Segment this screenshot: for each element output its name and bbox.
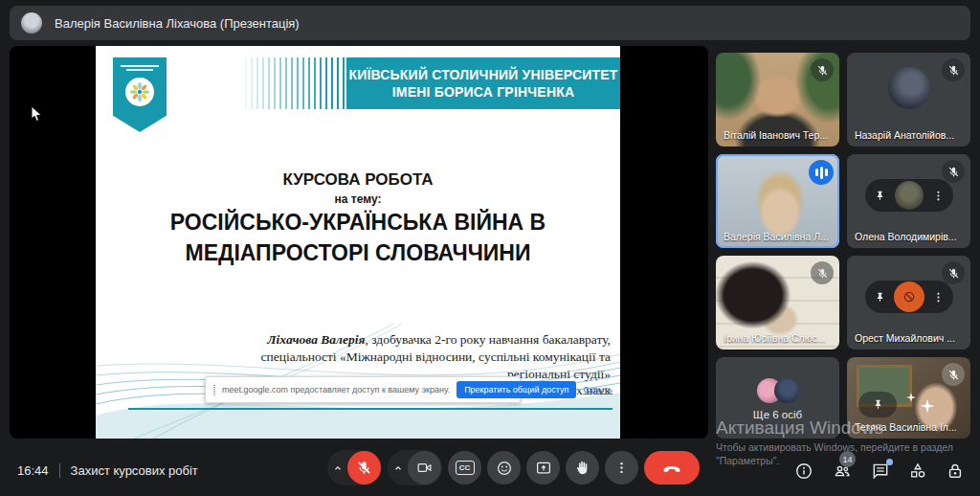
camera-control-group (388, 450, 442, 485)
camera-chevron-up-icon[interactable] (389, 462, 408, 474)
info-button[interactable] (794, 462, 813, 481)
tile-hover-controls (865, 179, 953, 212)
banner-stripe-decoration (239, 57, 346, 109)
meeting-info: 16:44 Захист курсових робіт (17, 463, 198, 478)
university-name-line1: КИЇВСЬКИЙ СТОЛИЧНИЙ УНІВЕРСИТЕТ (348, 66, 617, 83)
windows-watermark-title: Активация Windows (716, 417, 883, 439)
university-emblem-icon (125, 78, 154, 106)
raise-hand-button[interactable] (566, 451, 599, 485)
presenter-bar: Валерія Василівна Ліхачова (Презентація) (10, 6, 970, 40)
more-options-button[interactable] (605, 451, 638, 485)
participant-name: Назарій Анатолійов... (855, 129, 954, 141)
chat-notification-dot (886, 459, 893, 465)
slide: КИЇВСЬКИЙ СТОЛИЧНИЙ УНІВЕРСИТЕТ ІМЕНІ БО… (96, 46, 620, 439)
meet-window: Валерія Василівна Ліхачова (Презентація) (0, 0, 980, 496)
hide-link[interactable]: Скрыть (583, 385, 612, 395)
share-message: meet.google.com предоставляет доступ к в… (222, 385, 450, 395)
presenter-name: Валерія Василівна Ліхачова (Презентація) (55, 16, 300, 31)
drag-handle-icon[interactable] (213, 385, 215, 395)
avatar (888, 67, 930, 109)
raise-hand-icon (574, 460, 590, 476)
host-controls-lock-icon (946, 462, 965, 481)
pin-icon[interactable] (874, 291, 886, 304)
captions-button[interactable]: CC (448, 451, 481, 485)
mic-off-button[interactable] (347, 451, 381, 485)
stop-share-button[interactable]: Прекратить общий доступ (457, 381, 576, 398)
people-count-badge: 14 (839, 451, 856, 467)
participants-grid: Віталій Іванович Тер... Назарій Анатолій… (716, 53, 970, 439)
call-controls: CC (327, 450, 700, 485)
mic-chevron-up-icon[interactable] (328, 462, 347, 474)
screen-share-tile[interactable]: КИЇВСЬКИЙ СТОЛИЧНИЙ УНІВЕРСИТЕТ ІМЕНІ БО… (10, 46, 708, 439)
presenter-avatar (21, 12, 42, 34)
university-logo (113, 57, 167, 132)
chat-button[interactable] (871, 462, 890, 481)
windows-watermark-line3: "Параметры". (716, 455, 779, 466)
share-notification: meet.google.com предоставляет доступ к в… (205, 376, 521, 403)
pin-icon[interactable] (858, 392, 897, 417)
end-call-button[interactable] (644, 451, 700, 485)
participant-name: Віталій Іванович Тер... (724, 129, 828, 141)
avatar (895, 181, 924, 210)
tile-hover-controls (858, 392, 944, 417)
windows-watermark-line2: Чтобы активировать Windows, перейдите в … (716, 441, 953, 453)
mic-muted-icon (942, 58, 965, 81)
mouse-cursor-icon (31, 105, 43, 123)
slide-title-line1: РОСІЙСЬКО-УКРАЇНСЬКА ВІЙНА В (96, 210, 620, 236)
mic-muted-icon (811, 58, 834, 81)
mic-muted-icon (942, 160, 965, 183)
meeting-panels: 14 (794, 462, 965, 481)
work-type: КУРСОВА РОБОТА (96, 170, 620, 190)
participant-tile-orest[interactable]: Орест Михайлович ... (847, 256, 970, 349)
host-controls-button[interactable] (946, 462, 965, 481)
participant-tile-nazarii[interactable]: Назарій Анатолійов... (847, 53, 970, 147)
divider (59, 463, 60, 478)
participant-tile-iryna[interactable]: Ірина Юріївна Слюс... (716, 256, 839, 349)
slide-title-line2: МЕДІАПРОСТОРІ СЛОВАЧЧИНИ (96, 240, 620, 266)
participant-tile-olena[interactable]: Олена Володимирів... (847, 154, 970, 248)
participant-name: Олена Володимирів... (855, 231, 957, 242)
participant-name: Валерія Василівна Л... (724, 231, 829, 242)
participant-name: Ірина Юріївна Слюс... (724, 332, 826, 344)
mic-muted-icon (811, 261, 834, 284)
people-button[interactable]: 14 (832, 462, 853, 481)
reactions-smiley-icon (496, 460, 513, 477)
overflow-avatars (757, 378, 799, 403)
present-screen-icon (535, 460, 552, 477)
more-options-icon[interactable] (932, 190, 945, 202)
activities-button[interactable] (908, 462, 927, 481)
captions-icon: CC (456, 461, 475, 475)
pin-icon[interactable] (874, 190, 886, 202)
info-icon (794, 462, 813, 481)
participant-tile-vitalii[interactable]: Віталій Іванович Тер... (716, 53, 839, 147)
university-name-line2: ІМЕНІ БОРИСА ГРІНЧЕНКА (392, 83, 575, 101)
present-button[interactable] (526, 451, 560, 485)
tile-hover-controls (865, 281, 953, 313)
reactions-button[interactable] (487, 451, 521, 485)
participant-name: Орест Михайлович ... (855, 332, 955, 344)
mic-muted-icon (942, 363, 965, 386)
meeting-title: Захист курсових робіт (71, 463, 198, 478)
participant-tile-valeriia[interactable]: Валерія Василівна Л... (716, 154, 839, 248)
effects-sparkle-icon[interactable] (905, 392, 944, 417)
topic-label: на тему: (96, 192, 620, 206)
blocked-avatar-icon (894, 282, 924, 312)
activities-icon (908, 462, 927, 481)
mic-control-group (327, 450, 382, 485)
clock: 16:44 (17, 463, 49, 478)
camera-button[interactable] (408, 451, 441, 485)
speaking-indicator-icon (809, 160, 834, 185)
slide-divider-line (128, 408, 612, 410)
mic-muted-icon (942, 261, 965, 284)
more-options-icon[interactable] (932, 291, 945, 304)
end-call-phone-icon (662, 459, 681, 478)
university-banner: КИЇВСЬКИЙ СТОЛИЧНИЙ УНІВЕРСИТЕТ ІМЕНІ БО… (346, 57, 620, 109)
more-options-icon (614, 461, 629, 475)
